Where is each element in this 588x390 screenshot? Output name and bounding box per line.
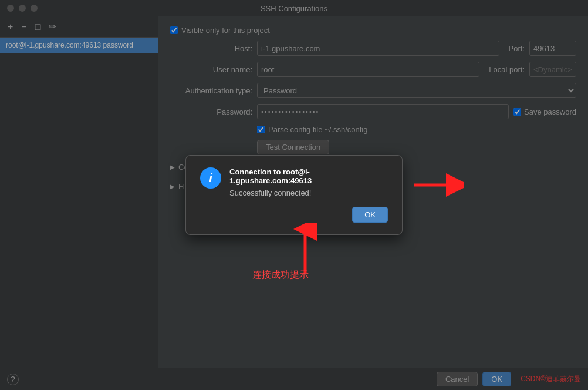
- arrow-up-annotation: [290, 223, 320, 276]
- dialog-overlay: i Connection to root@i-1.gpushare.com:49…: [0, 0, 588, 390]
- dialog-title: Connection to root@i-1.gpushare.com:4961…: [229, 167, 388, 185]
- arrow-right-annotation: [411, 170, 464, 200]
- dialog-info-icon: i: [200, 167, 221, 189]
- chinese-annotation-label: 连接成功提示: [252, 269, 309, 281]
- dialog-message: Successfully connected!: [229, 189, 388, 197]
- dialog-actions: OK: [200, 207, 388, 223]
- dialog-content: i Connection to root@i-1.gpushare.com:49…: [200, 167, 388, 197]
- dialog-text: Connection to root@i-1.gpushare.com:4961…: [229, 167, 388, 197]
- dialog-ok-button[interactable]: OK: [352, 207, 388, 223]
